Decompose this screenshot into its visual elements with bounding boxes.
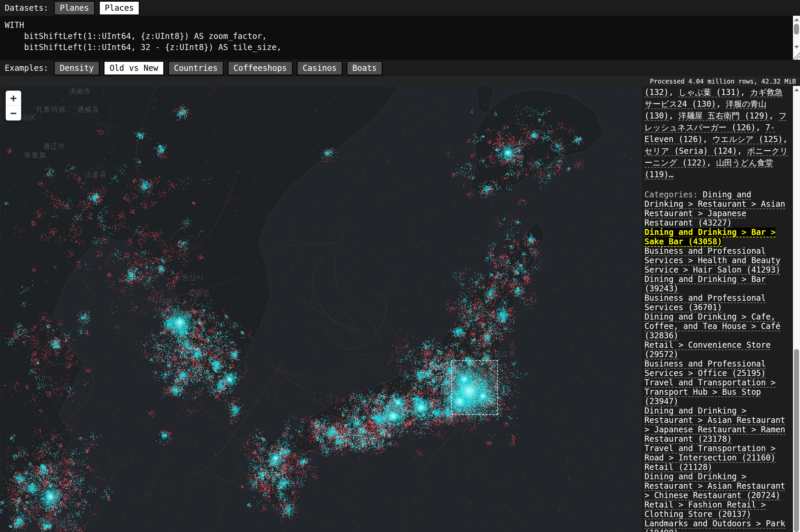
map-place-label: 사리원시 — [151, 296, 181, 305]
sql-query-text[interactable]: WITH bitShiftLeft(1::UInt64, {z:UInt8}) … — [0, 16, 800, 60]
category-link[interactable]: Retail > Convenience Store (29572) — [644, 340, 771, 359]
sql-editor[interactable]: WITH bitShiftLeft(1::UInt64, {z:UInt8}) … — [0, 16, 800, 60]
category-row: Travel and Transportation > Transport Hu… — [644, 378, 789, 406]
dataset-buttons: PlanesPlaces — [54, 1, 144, 16]
category-link[interactable]: Dining and Drinking > Bar (39243) — [644, 274, 766, 293]
sidebar-scrollbar-thumb[interactable] — [794, 349, 799, 532]
category-row: Business and Professional Services (3670… — [644, 293, 789, 312]
category-link[interactable]: Dining and Drinking > Cafe, Coffee, and … — [644, 312, 781, 340]
category-row: Dining and Drinking > Restaurant > Asian… — [644, 472, 789, 500]
map-place-label: 洮南市 — [69, 87, 91, 96]
place-name-link[interactable]: (132) — [644, 88, 669, 97]
category-link[interactable]: Dining and Drinking > Restaurant > Asian… — [644, 472, 785, 500]
map-place-label: 岱山县 — [56, 519, 79, 528]
category-row: Dining and Drinking > Bar > Sake Bar (43… — [644, 228, 789, 246]
map-place-label: 日立市 — [494, 349, 516, 359]
map-place-label: 法库县 — [85, 170, 107, 179]
results-sidebar: (132), しゃぶ葉 (131), カギ救急サービス24 (130), 洋服の… — [642, 86, 793, 532]
datasets-label: Datasets: — [5, 3, 48, 13]
category-row: Retail > Fashion Retail > Clothing Store… — [644, 500, 789, 519]
category-link[interactable]: Travel and Transportation > Transport Hu… — [644, 378, 776, 406]
category-row: Retail (21128) — [644, 462, 789, 472]
category-link[interactable]: Retail (21128) — [644, 462, 712, 472]
category-link[interactable]: Travel and Transportation > Road > Inter… — [644, 444, 776, 462]
example-button-boats[interactable]: Boats — [346, 61, 383, 76]
place-name-link[interactable]: 洋麺屋 五右衛門 (129) — [678, 111, 769, 120]
map-place-label: 扎鲁特旗 — [36, 105, 66, 114]
category-link[interactable]: Retail > Fashion Retail > Clothing Store… — [644, 500, 766, 519]
status-bar: Processed 4.04 million rows, 42.32 MiB — [0, 77, 800, 86]
top-names-list: (132), しゃぶ葉 (131), カギ救急サービス24 (130), 洋服の… — [644, 87, 789, 180]
textarea-resize-grip-icon[interactable] — [793, 51, 800, 60]
examples-label: Examples: — [5, 63, 48, 73]
category-row: Dining and Drinking > Cafe, Coffee, and … — [644, 312, 789, 340]
map-place-label: 通辽市 — [43, 141, 65, 151]
map-zoom-control: + − — [6, 91, 21, 120]
map-place-label: 원산시 — [181, 272, 204, 282]
category-row: Business and Professional Services > Off… — [644, 359, 789, 378]
map-place-label: 개성시 — [160, 307, 182, 316]
sql-scroll-down-icon[interactable] — [794, 46, 799, 49]
datasets-bar: Datasets: PlanesPlaces — [0, 0, 800, 16]
zoom-in-button[interactable]: + — [6, 91, 21, 106]
dataset-button-places[interactable]: Places — [99, 1, 140, 16]
category-link[interactable]: Landmarks and Outdoors > Park (19498) — [644, 519, 785, 532]
old-vs-new-places-app: Datasets: PlanesPlaces WITH bitShiftLeft… — [0, 0, 800, 532]
map-place-label: 奈曼旗 — [24, 150, 47, 160]
example-button-density[interactable]: Density — [54, 61, 100, 76]
sql-scroll-up-icon[interactable] — [794, 18, 799, 21]
map-place-label: 강원도 — [188, 288, 210, 297]
examples-bar: Examples: DensityOld vs NewCountriesCoff… — [0, 60, 800, 77]
sql-scrollbar-thumb[interactable] — [794, 24, 799, 35]
category-row: Dining and Drinking > Bar (39243) — [644, 274, 789, 293]
zoom-out-button[interactable]: − — [6, 106, 21, 120]
sidebar-scrollbar[interactable] — [793, 86, 800, 532]
place-name-link[interactable]: セリア (Seria) (124) — [644, 146, 737, 156]
selection-rectangle[interactable] — [451, 360, 498, 415]
categories-list: Categories: Dining and Drinking > Restau… — [644, 190, 789, 532]
category-row: Retail > Convenience Store (29572) — [644, 340, 789, 359]
category-row: Business and Professional Services > Hea… — [644, 246, 789, 274]
place-name-link[interactable]: ウエルシア (125) — [712, 135, 783, 144]
example-button-coffeeshops[interactable]: Coffeeshops — [228, 61, 293, 76]
category-row: Travel and Transportation > Road > Inter… — [644, 444, 789, 462]
map-place-label: 東京都 — [453, 415, 475, 424]
category-link-highlighted[interactable]: Dining and Drinking > Bar > Sake Bar (43… — [644, 228, 776, 246]
category-link[interactable]: Business and Professional Services (3670… — [644, 293, 766, 312]
place-name-link[interactable]: しゃぶ葉 (131) — [678, 88, 740, 97]
sidebar-scroll-up-icon[interactable] — [794, 88, 799, 91]
example-button-casinos[interactable]: Casinos — [297, 61, 343, 76]
example-button-old-vs-new[interactable]: Old vs New — [104, 61, 164, 76]
category-row: Dining and Drinking > Restaurant > Asian… — [644, 406, 789, 444]
dataset-button-planes[interactable]: Planes — [54, 1, 95, 16]
category-row: Landmarks and Outdoors > Park (19498) — [644, 519, 789, 532]
category-link[interactable]: Business and Professional Services > Off… — [644, 359, 766, 378]
map-place-label: 通榆县 — [77, 105, 99, 114]
map-place-label: 海盐县 — [37, 516, 59, 526]
processed-rows-status: Processed 4.04 million rows, 42.32 MiB — [650, 78, 796, 85]
example-buttons: DensityOld vs NewCountriesCoffeeshopsCas… — [54, 61, 386, 76]
categories-label: Categories: — [644, 190, 703, 200]
category-link[interactable]: Dining and Drinking > Restaurant > Asian… — [644, 406, 785, 444]
sql-scrollbar[interactable] — [793, 16, 800, 51]
category-link[interactable]: Business and Professional Services > Hea… — [644, 246, 781, 274]
example-button-countries[interactable]: Countries — [168, 61, 224, 76]
